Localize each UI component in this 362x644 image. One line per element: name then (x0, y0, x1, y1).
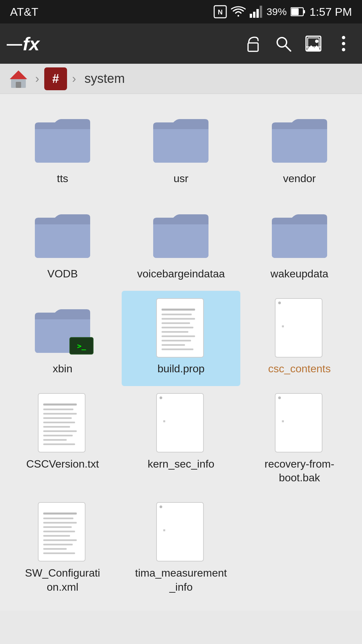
file-item-tima_measurement_info[interactable]: tima_measurement_info (122, 495, 240, 604)
logo-fx: fx (23, 33, 40, 55)
svg-rect-2 (250, 14, 252, 18)
svg-point-19 (342, 48, 345, 51)
document-plain-icon (147, 502, 215, 562)
status-icons: N 39% 1:57 PM (214, 5, 352, 18)
document-icon (147, 298, 215, 358)
folder-icon (147, 107, 215, 168)
folder-icon (29, 107, 96, 168)
file-label: vendor (283, 172, 316, 186)
svg-rect-65 (157, 502, 203, 561)
file-label: xbin (53, 362, 72, 376)
svg-rect-4 (256, 9, 259, 18)
svg-rect-61 (43, 539, 77, 541)
svg-rect-63 (43, 548, 67, 550)
svg-rect-42 (43, 422, 75, 423)
svg-rect-41 (43, 417, 72, 419)
svg-rect-62 (43, 544, 73, 545)
svg-rect-43 (43, 426, 70, 428)
document-icon (29, 393, 96, 453)
svg-rect-55 (43, 513, 77, 515)
file-item-wakeupdata[interactable]: wakeupdata (240, 196, 359, 291)
folder-icon (266, 203, 333, 263)
file-item-tts[interactable]: tts (3, 101, 122, 196)
svg-rect-60 (43, 535, 70, 537)
battery-label: 39% (266, 6, 287, 17)
breadcrumb-chevron-2: › (72, 72, 76, 86)
svg-rect-25 (162, 314, 192, 315)
svg-rect-31 (162, 340, 191, 341)
svg-rect-27 (162, 322, 190, 324)
svg-point-35 (278, 302, 281, 304)
file-grid: tts usr vendor VODB voicebargeindataa wa… (0, 94, 362, 611)
document-plain-icon (266, 393, 333, 453)
svg-rect-38 (43, 404, 77, 406)
svg-rect-36 (282, 325, 284, 327)
svg-rect-39 (43, 409, 73, 410)
file-label: tts (57, 172, 68, 186)
svg-rect-45 (43, 435, 73, 436)
nfc-icon: N (214, 5, 227, 18)
document-icon (29, 502, 96, 562)
svg-rect-29 (162, 331, 188, 333)
file-item-vendor[interactable]: vendor (240, 101, 359, 196)
svg-rect-3 (253, 12, 255, 18)
svg-rect-30 (162, 335, 195, 337)
svg-rect-34 (275, 299, 322, 357)
file-label: recovery-from-boot.bak (264, 457, 334, 485)
file-item-csc_contents[interactable]: csc_contents (240, 291, 359, 386)
gallery-button[interactable] (302, 32, 325, 55)
carrier-label: AT&T (10, 5, 38, 18)
svg-marker-21 (10, 70, 27, 79)
file-item-usr[interactable]: usr (122, 101, 240, 196)
svg-rect-58 (43, 526, 72, 528)
search-button[interactable] (272, 32, 295, 55)
lock-button[interactable] (241, 32, 265, 55)
file-item-CSCVersion.txt[interactable]: CSCVersion.txt (3, 386, 122, 495)
toolbar: — fx (0, 23, 362, 64)
svg-rect-56 (43, 518, 73, 519)
svg-rect-40 (43, 413, 77, 415)
battery-icon (291, 7, 305, 17)
file-item-kern_sec_info[interactable]: kern_sec_info (122, 386, 240, 495)
file-label: tima_measurement_info (135, 566, 227, 594)
svg-rect-46 (43, 439, 67, 441)
file-label: SW_Configuration.xml (25, 566, 100, 594)
svg-rect-26 (162, 318, 195, 320)
file-item-VODB[interactable]: VODB (3, 196, 122, 291)
home-breadcrumb[interactable] (7, 67, 30, 91)
app-logo: — fx (7, 33, 40, 55)
document-plain-icon (147, 393, 215, 453)
svg-rect-22 (16, 82, 21, 88)
svg-rect-5 (260, 6, 262, 18)
svg-point-52 (278, 396, 281, 399)
current-path: system (84, 71, 125, 86)
folder-icon (29, 203, 96, 263)
svg-rect-28 (162, 327, 193, 328)
folder-icon (147, 203, 215, 263)
svg-rect-33 (162, 348, 193, 350)
file-label: csc_contents (268, 362, 331, 376)
file-item-recovery-from-boot.bak[interactable]: recovery-from-boot.bak (240, 386, 359, 495)
file-item-xbin[interactable]: >_ xbin (3, 291, 122, 386)
svg-rect-59 (43, 531, 75, 532)
file-item-voicebargeindata[interactable]: voicebargeindataa (122, 196, 240, 291)
svg-rect-47 (43, 443, 75, 445)
svg-rect-64 (43, 552, 75, 554)
svg-point-49 (160, 396, 162, 399)
file-item-build.prop[interactable]: build.prop (122, 291, 240, 386)
svg-rect-8 (291, 8, 299, 15)
svg-rect-44 (43, 430, 77, 432)
svg-rect-32 (162, 344, 185, 346)
document-plain-icon (266, 298, 333, 358)
file-item-SW_Configuration.xml[interactable]: SW_Configuration.xml (3, 495, 122, 604)
signal-icon (250, 6, 262, 18)
root-badge[interactable]: # (44, 67, 67, 90)
file-label: kern_sec_info (147, 457, 214, 471)
svg-rect-7 (303, 10, 305, 13)
more-options-button[interactable] (332, 32, 355, 55)
svg-point-66 (160, 505, 162, 508)
svg-text:N: N (218, 8, 223, 16)
svg-line-11 (285, 46, 291, 51)
time-label: 1:57 PM (309, 5, 352, 18)
folder-terminal-icon: >_ (29, 298, 96, 358)
